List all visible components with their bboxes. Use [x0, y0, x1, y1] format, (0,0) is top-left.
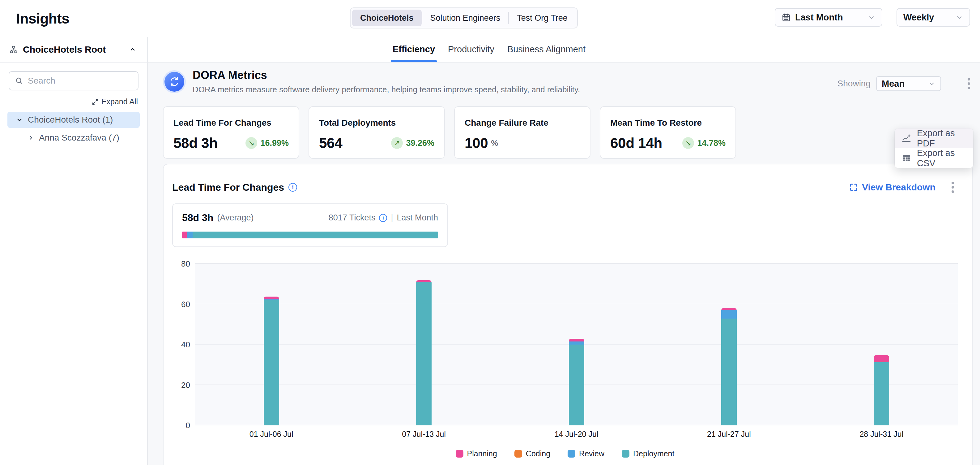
chevron-down-icon: [16, 117, 23, 123]
expand-all-button[interactable]: Expand All: [92, 97, 138, 106]
bar-segment-review: [569, 342, 584, 345]
bar-segment-planning: [569, 339, 584, 341]
org-tab-choicehotels[interactable]: ChoiceHotels: [352, 10, 422, 26]
y-tick-label: 40: [181, 340, 190, 350]
metric-title: Mean Time To Restore: [610, 118, 725, 128]
chart-header-actions: View Breakdown: [849, 179, 956, 195]
legend-swatch-icon: [456, 450, 463, 457]
gridline-y80: [195, 263, 958, 264]
bar-segment-deployment: [569, 345, 584, 425]
chevron-down-icon: [955, 13, 963, 21]
search-input[interactable]: [28, 76, 132, 86]
sidebar-search: [9, 71, 138, 90]
legend-item-deployment[interactable]: Deployment: [622, 449, 674, 458]
org-switcher: ChoiceHotelsSolution EngineersTest Org T…: [350, 8, 578, 29]
main-area: EfficiencyProductivityBusiness Alignment: [148, 37, 980, 465]
chevron-down-icon: [867, 13, 875, 21]
bar-segment-planning: [416, 280, 431, 282]
x-axis-labels: 01 Jul-06 Jul07 Jul-13 Jul14 Jul-20 Jul2…: [195, 430, 958, 439]
legend-item-review[interactable]: Review: [568, 449, 605, 458]
dora-description: DORA metrics measure software delivery p…: [192, 85, 580, 94]
x-tick-label: 14 Jul-20 Jul: [500, 430, 652, 439]
org-tree-icon: [9, 45, 18, 54]
granularity-select[interactable]: Weekly: [897, 8, 970, 27]
chart-legend: PlanningCodingReviewDeployment: [172, 449, 958, 458]
metric-card-total-deployments: Total Deployments564↗39.26%: [309, 106, 445, 159]
bar-01-jul-06-jul[interactable]: [264, 297, 279, 425]
chart-area: 020406080 01 Jul-06 Jul07 Jul-13 Jul14 J…: [172, 264, 958, 458]
sidebar-header: ChoiceHotels Root: [0, 37, 147, 62]
chart-line-plus-icon: [902, 133, 912, 143]
trend-badge: ↘14.78%: [682, 137, 725, 149]
cycle-arrows-icon: [163, 70, 186, 93]
granularity-value: Weekly: [903, 13, 934, 22]
legend-label: Review: [579, 449, 605, 458]
sidebar: ChoiceHotels Root: [0, 37, 148, 465]
bar-segment-deployment: [264, 300, 279, 425]
metric-value: 60d 14h: [610, 135, 662, 152]
progress-segment-review: [187, 232, 192, 238]
tabs-group: EfficiencyProductivityBusiness Alignment: [393, 37, 585, 62]
progress-segment-planning: [182, 232, 187, 238]
bar-segment-deployment: [721, 318, 737, 425]
dora-kebab-menu-button[interactable]: [965, 75, 972, 92]
y-tick-label: 80: [181, 259, 190, 269]
content: DORA Metrics DORA metrics measure softwa…: [148, 62, 980, 465]
bar-plot[interactable]: [195, 264, 958, 425]
legend-swatch-icon: [622, 450, 629, 457]
export-csv-menu-item[interactable]: Export as CSV: [895, 148, 973, 168]
bar-07-jul-13-jul[interactable]: [416, 280, 431, 425]
chevron-down-icon: [928, 80, 935, 87]
legend-item-coding[interactable]: Coding: [514, 449, 550, 458]
trend-arrow-up-icon: ↗: [391, 137, 403, 149]
x-tick-label: 21 Jul-27 Jul: [652, 430, 805, 439]
bar-segment-planning: [873, 355, 889, 361]
org-tab-solution-engineers[interactable]: Solution Engineers: [422, 10, 509, 26]
tab-efficiency[interactable]: Efficiency: [393, 37, 435, 62]
tree-item-label: Anna Scozzafava (7): [39, 133, 119, 143]
export-pdf-menu-item[interactable]: Export as PDF: [895, 128, 973, 148]
bar-14-jul-20-jul[interactable]: [569, 339, 584, 425]
metric-card-lead-time-for-changes: Lead Time For Changes58d 3h↘16.99%: [163, 106, 299, 159]
trend-badge: ↗39.26%: [391, 137, 434, 149]
bar-21-jul-27-jul[interactable]: [721, 308, 737, 425]
dora-header: DORA Metrics DORA metrics measure softwa…: [163, 69, 580, 94]
insights-app: Insights ChoiceHotelsSolution EngineersT…: [0, 0, 980, 465]
average-value: 58d 3h: [182, 212, 213, 224]
trend-badge: ↘16.99%: [245, 137, 289, 149]
legend-label: Coding: [526, 449, 550, 458]
tree-item-choicehotels-root[interactable]: ChoiceHotels Root (1): [8, 112, 140, 128]
metric-value: 100: [465, 135, 488, 152]
chart-kebab-menu-button[interactable]: [949, 179, 956, 195]
tree-item-anna-scozzafava[interactable]: Anna Scozzafava (7): [8, 130, 140, 146]
header-controls: Last Month Weekly: [775, 8, 970, 27]
chart-card-header: Lead Time For Changes i View Breakdo: [164, 165, 972, 195]
export-menu: Export as PDF Export as CSV: [895, 128, 973, 168]
legend-label: Planning: [467, 449, 497, 458]
bar-segment-deployment: [416, 282, 431, 425]
view-breakdown-button[interactable]: View Breakdown: [849, 182, 935, 193]
metric-title: Total Deployments: [319, 118, 434, 128]
showing-select[interactable]: Mean: [876, 76, 941, 91]
metric-title: Change Failure Rate: [465, 118, 580, 128]
bar-segment-planning: [264, 297, 279, 299]
showing-controls: Showing Mean: [837, 75, 972, 92]
x-tick-label: 01 Jul-06 Jul: [195, 430, 347, 439]
info-icon[interactable]: i: [379, 214, 387, 222]
table-icon: [902, 153, 912, 163]
tab-business-alignment[interactable]: Business Alignment: [508, 37, 585, 62]
showing-value: Mean: [882, 78, 905, 89]
bar-28-jul-31-jul[interactable]: [873, 355, 889, 425]
org-tab-test-org-tree[interactable]: Test Org Tree: [509, 10, 576, 26]
legend-item-planning[interactable]: Planning: [456, 449, 497, 458]
date-range-select[interactable]: Last Month: [775, 8, 882, 27]
app-header: Insights ChoiceHotelsSolution EngineersT…: [0, 0, 980, 37]
info-icon[interactable]: i: [288, 183, 297, 192]
sidebar-collapse-button[interactable]: [129, 45, 137, 54]
tab-productivity[interactable]: Productivity: [448, 37, 494, 62]
legend-label: Deployment: [633, 449, 674, 458]
calendar-icon: [781, 13, 791, 22]
y-axis-labels: 020406080: [172, 264, 195, 425]
trend-arrow-down-icon: ↘: [682, 137, 694, 149]
tree-item-label: ChoiceHotels Root (1): [28, 115, 113, 125]
